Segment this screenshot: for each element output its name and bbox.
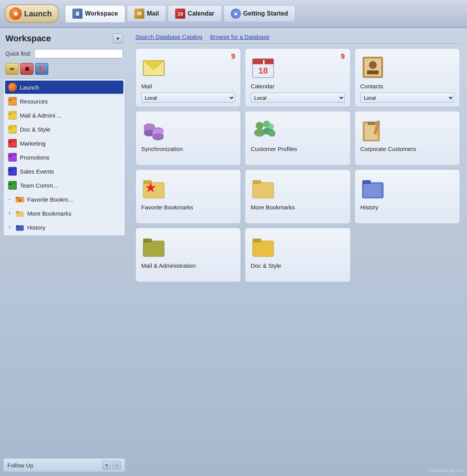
toolbar-bookmark-button[interactable]: 🔖: [35, 63, 48, 75]
sidebar-item-doc-style[interactable]: Doc & Style: [5, 123, 123, 136]
corporate-card-icon: [360, 118, 385, 142]
toolbar-delete-button[interactable]: ✖: [20, 63, 33, 75]
sidebar-item-history-label: History: [27, 224, 46, 231]
svg-rect-53: [253, 180, 261, 184]
fav-bookmarks-card-icon: ★: [141, 176, 166, 201]
app-card-history[interactable]: History: [355, 169, 460, 224]
doc-style-card-icon: [251, 234, 276, 259]
mail-badge: 9: [231, 53, 235, 61]
calendar-badge: 9: [341, 53, 345, 61]
mail-card-icon: [141, 55, 166, 80]
doc-style-card-label: Doc & Style: [251, 262, 344, 269]
app-card-corporate[interactable]: Corporate Customers: [355, 111, 460, 165]
app-card-doc-style[interactable]: Doc & Style: [245, 228, 350, 282]
svg-rect-18: [16, 211, 19, 213]
quick-find-input[interactable]: [34, 49, 123, 58]
calendar-card-label: Calendar: [251, 83, 344, 90]
history-expand-icon: +: [8, 225, 11, 230]
svg-rect-56: [364, 184, 381, 197]
launch-button[interactable]: ⏺ Launch: [5, 4, 59, 23]
contacts-card-select[interactable]: Local: [360, 93, 454, 103]
watermark: ARANHA BLOG: [429, 468, 464, 473]
svg-text:★: ★: [145, 181, 156, 194]
sales-folder-icon: [8, 167, 17, 176]
promotions-folder-icon: [8, 153, 17, 162]
sidebar-item-fav-bookmarks[interactable]: − ★ Favorite Bookm...: [5, 193, 123, 206]
fav-bookmarks-card-label: Favorite Bookmarks: [141, 204, 235, 211]
sidebar-item-promotions[interactable]: Promotions: [5, 151, 123, 164]
resources-folder-icon: [8, 97, 17, 105]
app-card-mail[interactable]: 9 Mail Local: [135, 48, 241, 107]
sidebar-item-marketing[interactable]: Marketing: [5, 137, 123, 150]
team-folder-icon: [8, 181, 17, 190]
app-card-sync[interactable]: Synchronization: [135, 111, 241, 165]
main-layout: Workspace ▾ Quick find: ✏ ✖ 🔖 Launch Res: [0, 28, 467, 476]
calendar-card-select[interactable]: Local: [251, 93, 344, 103]
svg-rect-52: [253, 183, 274, 198]
svg-rect-11: [9, 169, 12, 171]
tab-calendar[interactable]: 18 Calendar: [168, 5, 221, 22]
calendar-tab-icon: 18: [175, 9, 185, 19]
fav-bookmarks-folder-icon: ★: [16, 195, 24, 204]
main-content: Search Database Catalog Browse for a Dat…: [128, 28, 467, 476]
launch-icon: ⏺: [9, 7, 22, 20]
mail-admin-folder-icon: [8, 111, 17, 119]
content-tabs: Search Database Catalog Browse for a Dat…: [134, 32, 462, 44]
history-card-label: History: [360, 204, 454, 211]
corporate-card-label: Corporate Customers: [360, 146, 454, 152]
tab-mail[interactable]: ✉ Mail: [127, 5, 166, 22]
launch-label: Launch: [24, 9, 52, 18]
svg-rect-20: [16, 225, 19, 227]
sidebar-item-sales[interactable]: Sales Events: [5, 165, 123, 178]
quick-find-label: Quick find:: [5, 51, 31, 57]
mail-admin-card-label: Mail & Administration: [141, 262, 235, 269]
sidebar-item-resources[interactable]: Resources: [5, 95, 123, 108]
sidebar-item-mail-admin-label: Mail & Admini ...: [20, 112, 62, 119]
svg-rect-58: [143, 239, 152, 242]
app-card-fav-bookmarks[interactable]: ★ Favorite Bookmarks: [135, 169, 241, 224]
top-bar: ⏺ Launch 🖥 Workspace ✉ Mail 18 Calendar …: [0, 0, 467, 28]
sidebar-item-history[interactable]: + History: [5, 221, 123, 234]
tab-search-catalog[interactable]: Search Database Catalog: [135, 33, 202, 40]
sidebar-title: Workspace: [5, 33, 51, 44]
follow-up-dropdown-button[interactable]: ▾: [102, 461, 111, 469]
sidebar-item-more-bookmarks-label: More Bookmarks: [27, 210, 71, 217]
app-card-calendar[interactable]: 9 18 ▐ Calendar Local: [245, 48, 350, 107]
app-card-more-bookmarks[interactable]: More Bookmarks: [245, 169, 350, 224]
sidebar-header: Workspace ▾: [3, 32, 125, 45]
sidebar-item-team[interactable]: Team Comm...: [5, 179, 123, 192]
app-card-customer-profiles[interactable]: Customer Profiles: [245, 111, 350, 165]
sidebar-item-launch[interactable]: Launch: [5, 81, 123, 94]
app-card-mail-admin[interactable]: Mail & Administration: [135, 228, 241, 282]
mail-card-select[interactable]: Local: [141, 93, 235, 103]
tab-getting-started-label: Getting Started: [243, 10, 288, 17]
app-card-contacts[interactable]: Contacts Local: [355, 48, 460, 107]
quick-find-row: Quick find:: [3, 48, 125, 59]
sidebar-item-more-bookmarks[interactable]: + More Bookmarks: [5, 207, 123, 220]
sidebar-dropdown-button[interactable]: ▾: [113, 33, 123, 44]
customer-profiles-card-label: Customer Profiles: [251, 146, 344, 152]
tab-browse-db[interactable]: Browse for a Database: [210, 33, 270, 40]
history-folder-icon: [16, 223, 24, 232]
svg-rect-3: [9, 113, 12, 115]
sidebar-item-mail-admin[interactable]: Mail & Admini ...: [5, 109, 123, 122]
svg-rect-7: [9, 141, 12, 143]
svg-rect-55: [362, 180, 371, 184]
sidebar-item-marketing-label: Marketing: [20, 140, 46, 147]
marketing-folder-icon: [8, 139, 17, 148]
svg-text:★: ★: [18, 198, 22, 202]
more-bookmarks-expand-icon: +: [8, 211, 11, 216]
svg-rect-57: [143, 241, 164, 256]
tab-workspace[interactable]: 🖥 Workspace: [65, 5, 125, 22]
sync-card-label: Synchronization: [141, 146, 235, 152]
toolbar-edit-button[interactable]: ✏: [5, 63, 19, 75]
follow-up-section: Follow Up ▾ □: [3, 458, 125, 472]
sidebar-item-promotions-label: Promotions: [20, 154, 49, 161]
svg-point-38: [256, 122, 263, 130]
svg-text:▐: ▐: [262, 60, 265, 65]
app-grid: 9 Mail Local 9: [134, 47, 462, 284]
calendar-card-icon: 18 ▐: [251, 55, 276, 80]
tab-getting-started[interactable]: ● Getting Started: [223, 5, 296, 22]
sidebar-list: Launch Resources Mail & Admini ...: [3, 79, 125, 236]
follow-up-window-button[interactable]: □: [112, 461, 121, 469]
